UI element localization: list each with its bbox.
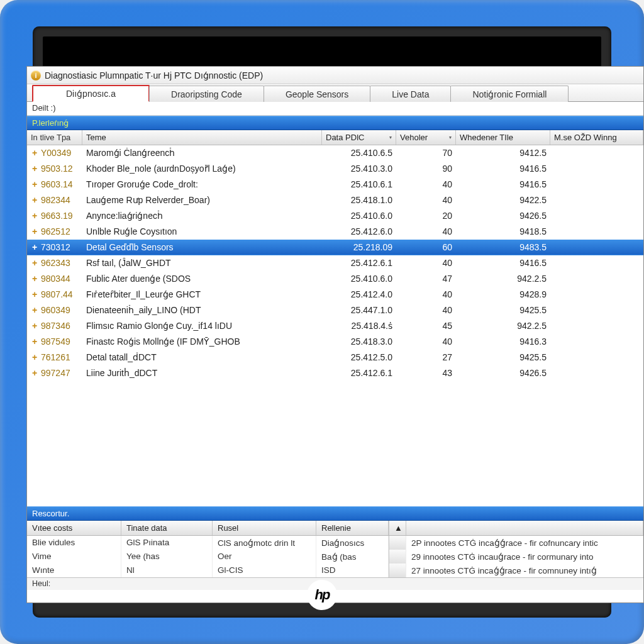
expand-icon[interactable]: + — [31, 289, 38, 299]
col-whedener[interactable]: Whedener TIle — [456, 130, 550, 145]
tab-notronic[interactable]: Notiǵronic Formiall — [450, 86, 569, 102]
table-row[interactable]: +980344Fublic Ater duenǵe (SDOS25.410.6.… — [27, 271, 643, 287]
table-row[interactable]: +730312Detal Geďďlb Sensors25.218.096094… — [27, 240, 643, 255]
expand-icon[interactable]: + — [31, 352, 38, 362]
expand-icon[interactable]: + — [31, 195, 38, 205]
expand-icon[interactable]: + — [31, 321, 38, 331]
table-row[interactable]: +987346Flimsıc Ramio Glonǵe Cuy._if14 lı… — [27, 318, 643, 334]
col-name[interactable]: Teme — [82, 130, 322, 145]
table-row[interactable]: +Y00349Maromǵi Ċlanǵreencȟ25.410.6.57094… — [27, 145, 643, 161]
bottom-grid-body[interactable]: Blie vidulesGlS PıinataClS anoǵmotc drin… — [27, 536, 643, 577]
table-row[interactable]: +9603.14Tıroper Groruǵe Code_drolt:25.41… — [27, 177, 643, 192]
table-row[interactable]: +962512Unlble Ruǵle Coysıtıon25.412.6.04… — [27, 224, 643, 240]
table-row[interactable]: +960349Dienateeniȟ_aily_LINO (HDT25.447.… — [27, 303, 643, 318]
tab-sensors[interactable]: Geople Sensors — [264, 86, 370, 102]
col-data[interactable]: Data PDlC▾ — [322, 130, 396, 145]
bcol-tinate[interactable]: Tinate data — [121, 521, 213, 535]
scroll-up-button[interactable]: ▲ — [389, 521, 406, 535]
expand-icon[interactable]: + — [31, 211, 38, 221]
device-frame: i Diagnostiasic Plumnpatic T·ur Hj PTC D… — [0, 0, 644, 644]
expand-icon[interactable]: + — [31, 258, 38, 268]
bottom-row[interactable]: Blie vidulesGlS PıinataClS anoǵmotc drin… — [27, 536, 643, 550]
hp-logo: hp — [307, 580, 337, 610]
tab-bar: Diıǵpnosıc.a Draoripsting Code Geople Se… — [27, 84, 643, 102]
expand-icon[interactable]: + — [31, 368, 38, 378]
grid-header: In tlive Tpa Teme Data PDlC▾ Veholer▾ Wh… — [27, 130, 643, 145]
section-header-main: P.lerleŕınǵ — [27, 116, 643, 130]
sub-toolbar: Deilt :) — [27, 102, 643, 116]
table-row[interactable]: +9503.12Khoder Ble_nole (aurdnDoșyoȑl La… — [27, 161, 643, 177]
expand-icon[interactable]: + — [31, 148, 38, 158]
table-row[interactable]: +962343Rsf taıl, (ĴalW_GHDT25.412.6.1409… — [27, 255, 643, 271]
table-row[interactable]: +761261Detal tatall_ḋDCT25.412.5.0279425… — [27, 350, 643, 365]
sort-arrow-icon: ▾ — [389, 135, 392, 140]
table-row[interactable]: +987549Finastc Roǵis Mollnǵe (IF DMȲ_GHO… — [27, 334, 643, 350]
window-title: Diagnostiasic Plumnpatic T·ur Hj PTC Dıǵ… — [45, 70, 263, 80]
app-icon: i — [31, 70, 41, 80]
tab-diagnostic[interactable]: Diıǵpnosıc.a — [32, 85, 150, 102]
expand-icon[interactable]: + — [31, 179, 38, 189]
bcol-rusel[interactable]: Rusel — [213, 521, 316, 535]
tab-live-data[interactable]: Live Data — [370, 86, 451, 102]
bottom-panel: Rescortur. Vıtee costs Tinate data Rusel… — [27, 506, 643, 590]
titlebar: i Diagnostiasic Plumnpatic T·ur Hj PTC D… — [27, 67, 643, 84]
bottom-row[interactable]: VimeYee (hasOerBaǵ (bas29 innootes CTĠ i… — [27, 550, 643, 564]
grid-body[interactable]: +Y00349Maromǵi Ċlanǵreencȟ25.410.6.57094… — [27, 145, 643, 381]
bcol-notes[interactable] — [406, 521, 643, 535]
table-row[interactable]: +997247Liine Juritḣ_dDCT25.412.6.1439426… — [27, 365, 643, 381]
app-window: i Diagnostiasic Plumnpatic T·ur Hj PTC D… — [26, 66, 644, 603]
col-veholer[interactable]: Veholer▾ — [396, 130, 456, 145]
table-row[interactable]: +982344Lauǵeme Rưp Relverder_Boar)25.418… — [27, 192, 643, 208]
bcol-costs[interactable]: Vıtee costs — [27, 521, 121, 535]
col-wing[interactable]: M.se OŽD Winng — [550, 130, 643, 145]
table-row[interactable]: +9807.44Fıṙeteȓbiter_Il_Leurǵe GHCT25.41… — [27, 287, 643, 303]
expand-icon[interactable]: + — [31, 274, 38, 284]
sort-arrow-icon: ▾ — [449, 135, 452, 140]
bottom-row[interactable]: WınteNlGl-CISISD27 innootes CTĠ incaǵǵra… — [27, 564, 643, 577]
expand-icon[interactable]: + — [31, 242, 38, 252]
section-header-bottom: Rescortur. — [27, 506, 643, 521]
expand-icon[interactable]: + — [31, 226, 38, 236]
bottom-grid-header: Vıtee costs Tinate data Rusel Rellenie ▲ — [27, 521, 643, 536]
tab-description-code[interactable]: Draoripsting Code — [149, 86, 264, 102]
expand-icon[interactable]: + — [31, 336, 38, 347]
expand-icon[interactable]: + — [31, 164, 38, 174]
col-id[interactable]: In tlive Tpa — [27, 130, 82, 145]
bcol-rellenie[interactable]: Rellenie — [316, 521, 389, 535]
table-row[interactable]: +9663.19Anynce:liaǵriǵnecȟ25.410.6.02094… — [27, 208, 643, 224]
expand-icon[interactable]: + — [31, 305, 38, 315]
